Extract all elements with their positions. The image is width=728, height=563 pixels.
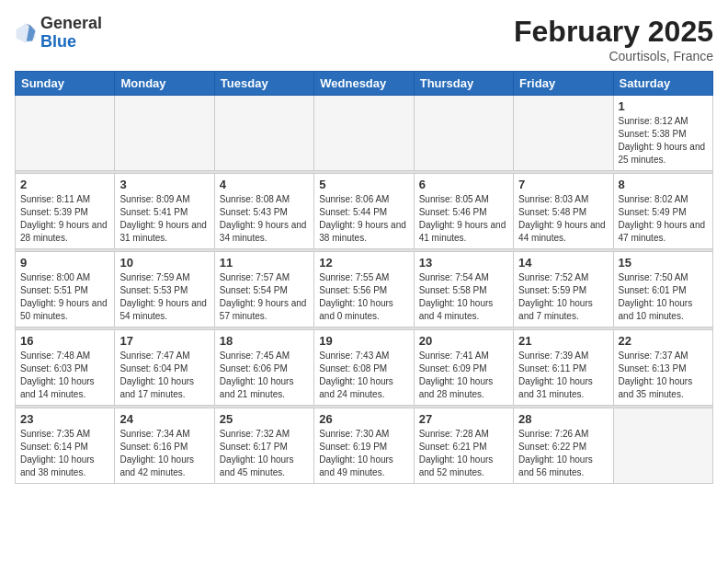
calendar-cell: 11Sunrise: 7:57 AM Sunset: 5:54 PM Dayli… xyxy=(214,252,313,327)
day-number: 2 xyxy=(20,178,109,191)
day-number: 25 xyxy=(220,412,309,426)
day-info: Sunrise: 7:45 AM Sunset: 6:06 PM Dayligh… xyxy=(220,350,309,401)
calendar-week-2: 2Sunrise: 8:11 AM Sunset: 5:39 PM Daylig… xyxy=(16,174,713,249)
month-title: February 2025 xyxy=(514,15,713,49)
day-info: Sunrise: 8:12 AM Sunset: 5:38 PM Dayligh… xyxy=(619,115,708,167)
calendar-cell: 2Sunrise: 8:11 AM Sunset: 5:39 PM Daylig… xyxy=(16,174,115,249)
calendar-cell: 22Sunrise: 7:37 AM Sunset: 6:13 PM Dayli… xyxy=(613,330,712,406)
calendar-cell: 21Sunrise: 7:39 AM Sunset: 6:11 PM Dayli… xyxy=(514,330,613,406)
day-info: Sunrise: 7:50 AM Sunset: 6:01 PM Dayligh… xyxy=(619,271,708,323)
calendar-cell xyxy=(16,96,115,171)
calendar-cell: 20Sunrise: 7:41 AM Sunset: 6:09 PM Dayli… xyxy=(414,330,513,406)
day-number: 5 xyxy=(319,178,408,191)
logo-general-text: General xyxy=(40,14,102,32)
day-number: 11 xyxy=(220,256,309,270)
day-number: 3 xyxy=(119,178,209,191)
calendar-cell: 13Sunrise: 7:54 AM Sunset: 5:58 PM Dayli… xyxy=(414,252,513,327)
logo-blue-text: Blue xyxy=(40,32,76,51)
day-number: 20 xyxy=(419,334,508,348)
calendar-cell: 1Sunrise: 8:12 AM Sunset: 5:38 PM Daylig… xyxy=(613,96,712,171)
calendar-cell xyxy=(414,96,513,171)
calendar-week-5: 23Sunrise: 7:35 AM Sunset: 6:14 PM Dayli… xyxy=(16,408,713,484)
calendar-cell: 12Sunrise: 7:55 AM Sunset: 5:56 PM Dayli… xyxy=(314,252,414,327)
day-info: Sunrise: 7:41 AM Sunset: 6:09 PM Dayligh… xyxy=(419,350,508,401)
day-number: 18 xyxy=(220,334,309,348)
day-info: Sunrise: 7:39 AM Sunset: 6:11 PM Dayligh… xyxy=(518,350,608,401)
day-info: Sunrise: 7:32 AM Sunset: 6:17 PM Dayligh… xyxy=(220,428,309,479)
calendar-cell: 14Sunrise: 7:52 AM Sunset: 5:59 PM Dayli… xyxy=(514,252,613,327)
page-header: General Blue February 2025 Courtisols, F… xyxy=(15,15,713,63)
calendar-cell xyxy=(613,408,712,484)
day-number: 23 xyxy=(20,412,109,426)
day-number: 14 xyxy=(518,256,608,270)
day-info: Sunrise: 7:54 AM Sunset: 5:58 PM Dayligh… xyxy=(419,271,508,323)
day-info: Sunrise: 8:05 AM Sunset: 5:46 PM Dayligh… xyxy=(419,193,508,245)
day-number: 10 xyxy=(119,256,209,270)
calendar-week-3: 9Sunrise: 8:00 AM Sunset: 5:51 PM Daylig… xyxy=(16,252,713,327)
calendar-cell: 25Sunrise: 7:32 AM Sunset: 6:17 PM Dayli… xyxy=(214,408,313,484)
calendar-cell: 4Sunrise: 8:08 AM Sunset: 5:43 PM Daylig… xyxy=(214,174,313,249)
location: Courtisols, France xyxy=(514,49,713,63)
calendar-cell: 23Sunrise: 7:35 AM Sunset: 6:14 PM Dayli… xyxy=(16,408,115,484)
calendar-header-wednesday: Wednesday xyxy=(314,72,414,96)
day-info: Sunrise: 7:34 AM Sunset: 6:16 PM Dayligh… xyxy=(119,428,209,479)
calendar-cell: 26Sunrise: 7:30 AM Sunset: 6:19 PM Dayli… xyxy=(314,408,414,484)
day-info: Sunrise: 7:43 AM Sunset: 6:08 PM Dayligh… xyxy=(319,350,408,401)
calendar-header-row: SundayMondayTuesdayWednesdayThursdayFrid… xyxy=(16,72,713,96)
day-info: Sunrise: 7:35 AM Sunset: 6:14 PM Dayligh… xyxy=(20,428,109,479)
calendar-cell: 19Sunrise: 7:43 AM Sunset: 6:08 PM Dayli… xyxy=(314,330,414,406)
day-info: Sunrise: 8:11 AM Sunset: 5:39 PM Dayligh… xyxy=(20,193,109,245)
day-info: Sunrise: 7:28 AM Sunset: 6:21 PM Dayligh… xyxy=(419,428,508,479)
day-info: Sunrise: 7:47 AM Sunset: 6:04 PM Dayligh… xyxy=(119,350,209,401)
calendar-header-thursday: Thursday xyxy=(414,72,513,96)
day-info: Sunrise: 7:30 AM Sunset: 6:19 PM Dayligh… xyxy=(319,428,408,479)
calendar-cell: 10Sunrise: 7:59 AM Sunset: 5:53 PM Dayli… xyxy=(115,252,214,327)
day-number: 6 xyxy=(419,178,508,191)
calendar-cell: 24Sunrise: 7:34 AM Sunset: 6:16 PM Dayli… xyxy=(115,408,214,484)
day-info: Sunrise: 8:02 AM Sunset: 5:49 PM Dayligh… xyxy=(619,193,708,245)
calendar-cell: 15Sunrise: 7:50 AM Sunset: 6:01 PM Dayli… xyxy=(613,252,712,327)
calendar-cell: 28Sunrise: 7:26 AM Sunset: 6:22 PM Dayli… xyxy=(514,408,613,484)
day-number: 1 xyxy=(619,99,708,113)
day-number: 21 xyxy=(518,334,608,348)
calendar-cell: 3Sunrise: 8:09 AM Sunset: 5:41 PM Daylig… xyxy=(115,174,214,249)
day-number: 9 xyxy=(20,256,109,270)
day-info: Sunrise: 8:09 AM Sunset: 5:41 PM Dayligh… xyxy=(119,193,209,245)
calendar-cell: 17Sunrise: 7:47 AM Sunset: 6:04 PM Dayli… xyxy=(115,330,214,406)
day-number: 4 xyxy=(220,178,309,191)
day-info: Sunrise: 8:03 AM Sunset: 5:48 PM Dayligh… xyxy=(518,193,608,245)
logo-icon xyxy=(15,22,37,44)
day-number: 13 xyxy=(419,256,508,270)
day-number: 24 xyxy=(119,412,209,426)
day-number: 22 xyxy=(619,334,708,348)
day-number: 12 xyxy=(319,256,408,270)
calendar-cell xyxy=(314,96,414,171)
logo: General Blue xyxy=(15,15,102,52)
calendar-cell: 18Sunrise: 7:45 AM Sunset: 6:06 PM Dayli… xyxy=(214,330,313,406)
day-info: Sunrise: 7:55 AM Sunset: 5:56 PM Dayligh… xyxy=(319,271,408,323)
calendar-cell: 6Sunrise: 8:05 AM Sunset: 5:46 PM Daylig… xyxy=(414,174,513,249)
calendar-cell: 7Sunrise: 8:03 AM Sunset: 5:48 PM Daylig… xyxy=(514,174,613,249)
day-info: Sunrise: 7:26 AM Sunset: 6:22 PM Dayligh… xyxy=(518,428,608,479)
calendar-week-1: 1Sunrise: 8:12 AM Sunset: 5:38 PM Daylig… xyxy=(16,96,713,171)
day-info: Sunrise: 7:59 AM Sunset: 5:53 PM Dayligh… xyxy=(119,271,209,323)
calendar-header-monday: Monday xyxy=(115,72,214,96)
day-info: Sunrise: 7:37 AM Sunset: 6:13 PM Dayligh… xyxy=(619,350,708,401)
calendar-cell xyxy=(514,96,613,171)
day-number: 28 xyxy=(518,412,608,426)
calendar-table: SundayMondayTuesdayWednesdayThursdayFrid… xyxy=(15,71,713,484)
day-number: 27 xyxy=(419,412,508,426)
calendar-cell: 9Sunrise: 8:00 AM Sunset: 5:51 PM Daylig… xyxy=(16,252,115,327)
day-number: 17 xyxy=(119,334,209,348)
day-number: 7 xyxy=(518,178,608,191)
calendar-cell: 16Sunrise: 7:48 AM Sunset: 6:03 PM Dayli… xyxy=(16,330,115,406)
calendar-cell: 27Sunrise: 7:28 AM Sunset: 6:21 PM Dayli… xyxy=(414,408,513,484)
day-number: 26 xyxy=(319,412,408,426)
calendar-header-saturday: Saturday xyxy=(613,72,712,96)
calendar-cell: 5Sunrise: 8:06 AM Sunset: 5:44 PM Daylig… xyxy=(314,174,414,249)
calendar-cell: 8Sunrise: 8:02 AM Sunset: 5:49 PM Daylig… xyxy=(613,174,712,249)
calendar-header-tuesday: Tuesday xyxy=(214,72,313,96)
day-info: Sunrise: 8:06 AM Sunset: 5:44 PM Dayligh… xyxy=(319,193,408,245)
day-info: Sunrise: 8:08 AM Sunset: 5:43 PM Dayligh… xyxy=(220,193,309,245)
calendar-header-sunday: Sunday xyxy=(16,72,115,96)
